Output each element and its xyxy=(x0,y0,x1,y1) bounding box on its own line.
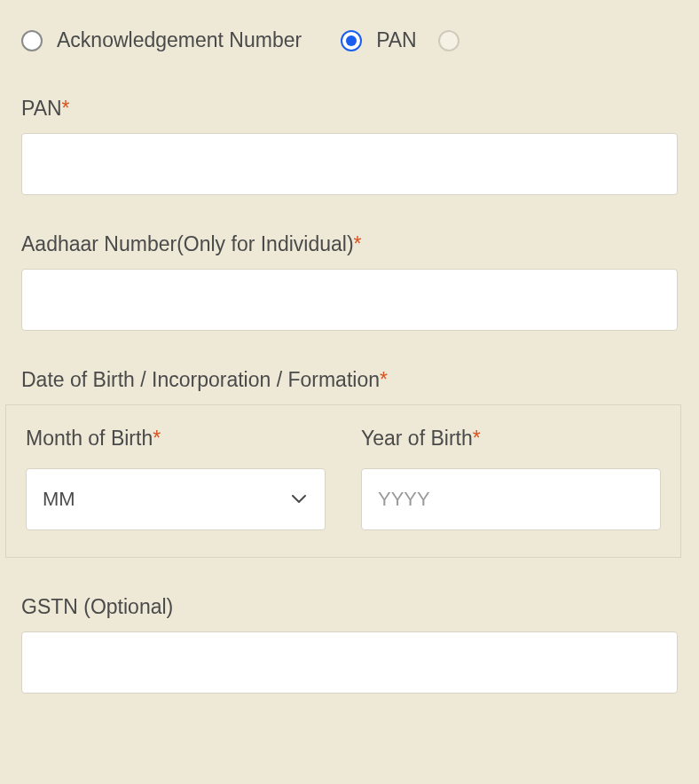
label-pan-text: PAN xyxy=(21,97,62,120)
radio-pan[interactable] xyxy=(341,30,362,51)
field-dob-header: Date of Birth / Incorporation / Formatio… xyxy=(21,368,678,392)
label-gstn: GSTN (Optional) xyxy=(21,595,678,619)
field-gstn: GSTN (Optional) xyxy=(21,595,678,694)
label-pan: PAN* xyxy=(21,97,678,121)
label-dob-header: Date of Birth / Incorporation / Formatio… xyxy=(21,368,678,392)
required-mark: * xyxy=(354,232,362,255)
label-gstn-text: GSTN (Optional) xyxy=(21,595,173,618)
label-aadhaar: Aadhaar Number(Only for Individual)* xyxy=(21,232,678,256)
radio-group-extra xyxy=(438,30,459,51)
field-year: Year of Birth* xyxy=(361,427,661,530)
field-month: Month of Birth* MM xyxy=(26,427,326,530)
field-aadhaar: Aadhaar Number(Only for Individual)* xyxy=(21,232,678,331)
label-month-text: Month of Birth xyxy=(26,427,153,450)
field-pan: PAN* xyxy=(21,97,678,195)
radio-group-acknowledgement: Acknowledgement Number xyxy=(21,28,302,52)
input-pan[interactable] xyxy=(21,133,678,195)
required-mark: * xyxy=(380,368,388,391)
radio-extra[interactable] xyxy=(438,30,459,51)
required-mark: * xyxy=(473,427,481,450)
search-type-radio-row: Acknowledgement Number PAN xyxy=(21,28,678,52)
label-dob-text: Date of Birth / Incorporation / Formatio… xyxy=(21,368,380,391)
dob-box: Month of Birth* MM Year of Birth* xyxy=(5,404,681,558)
label-month: Month of Birth* xyxy=(26,427,326,451)
radio-acknowledgement[interactable] xyxy=(21,30,43,51)
label-aadhaar-text: Aadhaar Number(Only for Individual) xyxy=(21,232,354,255)
select-month-placeholder: MM xyxy=(43,488,75,511)
radio-group-pan: PAN xyxy=(341,28,417,52)
required-mark: * xyxy=(153,427,161,450)
select-month[interactable]: MM xyxy=(26,468,326,530)
label-year-text: Year of Birth xyxy=(361,427,473,450)
label-year: Year of Birth* xyxy=(361,427,661,451)
select-month-wrap: MM xyxy=(26,468,326,530)
required-mark: * xyxy=(62,97,70,120)
input-aadhaar[interactable] xyxy=(21,269,678,331)
input-year[interactable] xyxy=(361,468,661,530)
radio-label-acknowledgement: Acknowledgement Number xyxy=(57,28,302,52)
radio-label-pan: PAN xyxy=(376,28,417,52)
input-gstn[interactable] xyxy=(21,631,678,694)
